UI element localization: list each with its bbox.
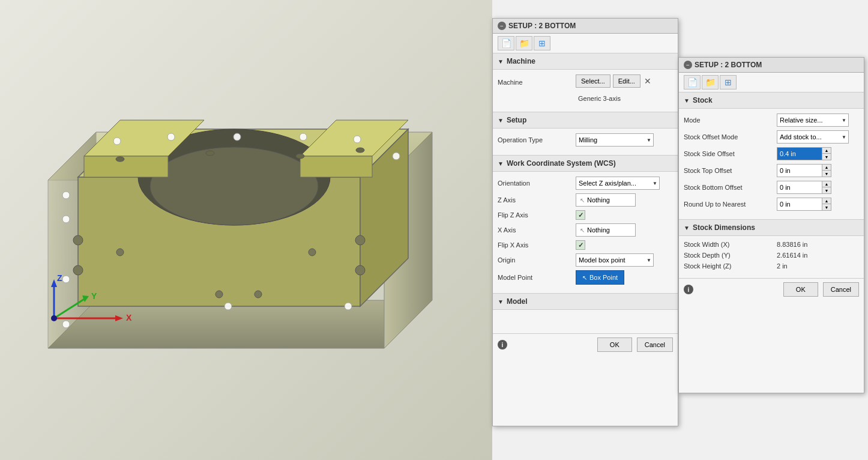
main-cancel-btn[interactable]: Cancel	[637, 337, 673, 352]
svg-rect-13	[300, 156, 372, 177]
machine-label: Machine	[498, 79, 576, 86]
machine-controls: Select... Edit... ✕	[576, 74, 653, 88]
secondary-toolbar-grid-btn[interactable]: ⊞	[720, 75, 737, 89]
mode-dropdown[interactable]: Relative size... ▼	[777, 113, 849, 127]
round-up-down[interactable]: ▼	[822, 204, 831, 210]
stock-bottom-offset-down[interactable]: ▼	[822, 187, 831, 193]
edit-btn[interactable]: Edit...	[613, 74, 640, 88]
round-up-input-group: ▲ ▼	[777, 198, 831, 211]
x-axis-label: X Axis	[498, 226, 576, 234]
stock-width-row: Stock Width (X) 8.83816 in	[684, 241, 859, 248]
info-icon[interactable]: i	[498, 340, 507, 350]
stock-height-label: Stock Height (Z)	[684, 262, 777, 270]
orientation-dropdown[interactable]: Select Z axis/plan... ▼	[576, 177, 660, 190]
stock-section-content: Mode Relative size... ▼ Stock Offset Mod…	[679, 109, 864, 220]
secondary-cancel-btn[interactable]: Cancel	[823, 282, 859, 297]
svg-point-18	[116, 249, 124, 256]
stock-section-header[interactable]: ▼ Stock	[679, 92, 864, 109]
svg-point-24	[296, 154, 304, 159]
stock-dims-section-content: Stock Width (X) 8.83816 in Stock Depth (…	[679, 236, 864, 279]
stock-offset-mode-select[interactable]: Add stock to...	[777, 130, 849, 144]
stock-side-offset-label: Stock Side Offset	[684, 150, 777, 157]
stock-triangle: ▼	[684, 97, 690, 104]
secondary-toolbar-folder-btn[interactable]: 📁	[702, 75, 719, 89]
machine-section-content: Machine Select... Edit... ✕ Generic 3-ax…	[493, 70, 678, 112]
stock-top-offset-up[interactable]: ▲	[822, 165, 831, 171]
stock-top-offset-input[interactable]	[777, 164, 822, 177]
secondary-ok-btn[interactable]: OK	[783, 282, 818, 297]
model-triangle: ▼	[498, 298, 504, 305]
main-dialog-scroll[interactable]: ▼ Machine Machine Select... Edit... ✕ Ge…	[493, 53, 678, 334]
main-footer: i OK Cancel	[493, 334, 678, 356]
main-dialog: − SETUP : 2 BOTTOM 📄 📁 ⊞ ▼ Machine Machi…	[492, 18, 678, 426]
toolbar-grid-btn[interactable]: ⊞	[534, 36, 550, 50]
svg-marker-1	[48, 300, 432, 348]
stock-top-offset-input-group: ▲ ▼	[777, 164, 831, 177]
stock-side-offset-input[interactable]	[777, 147, 822, 160]
svg-point-9	[150, 147, 318, 225]
stock-top-offset-down[interactable]: ▼	[822, 171, 831, 177]
flip-z-row: Flip Z Axis	[498, 210, 673, 220]
minimize-btn[interactable]: −	[498, 22, 506, 30]
setup-triangle: ▼	[498, 117, 504, 124]
op-type-label: Operation Type	[498, 136, 576, 144]
flip-z-checkbox[interactable]	[576, 210, 585, 220]
svg-point-26	[113, 138, 121, 145]
round-up-up[interactable]: ▲	[822, 198, 831, 204]
origin-dropdown[interactable]: Model box point ▼	[576, 253, 654, 267]
stock-side-offset-input-group: ▲ ▼	[777, 147, 831, 160]
wcs-section-header[interactable]: ▼ Work Coordinate System (WCS)	[493, 156, 678, 172]
op-type-select[interactable]: Milling	[576, 133, 654, 147]
machine-section-header[interactable]: ▼ Machine	[493, 53, 678, 70]
mode-select[interactable]: Relative size...	[777, 113, 849, 127]
stock-dims-section-label: Stock Dimensions	[693, 223, 755, 232]
stock-side-offset-down[interactable]: ▼	[822, 154, 831, 160]
stock-offset-mode-dropdown[interactable]: Add stock to... ▼	[777, 130, 849, 144]
stock-width-value: 8.83816 in	[777, 241, 807, 248]
svg-point-21	[255, 291, 262, 298]
secondary-toolbar-page-btn[interactable]: 📄	[684, 75, 701, 89]
box-point-label: Box Point	[589, 274, 618, 281]
model-section-header[interactable]: ▼ Model	[493, 294, 678, 310]
svg-point-47	[51, 315, 57, 321]
stock-bottom-offset-up[interactable]: ▲	[822, 181, 831, 187]
origin-select[interactable]: Model box point	[576, 253, 654, 267]
flip-x-label: Flip X Axis	[498, 241, 576, 249]
page-icon: 📄	[501, 38, 511, 48]
setup-section-header[interactable]: ▼ Setup	[493, 112, 678, 129]
secondary-minimize-btn[interactable]: −	[684, 61, 692, 69]
clear-machine-btn[interactable]: ✕	[643, 76, 653, 86]
svg-text:X: X	[126, 313, 132, 322]
stock-side-offset-up[interactable]: ▲	[822, 148, 831, 154]
model-point-row: Model Point ↖ Box Point	[498, 270, 673, 285]
box-point-btn[interactable]: ↖ Box Point	[576, 270, 624, 285]
3d-viewport: Z Y X	[0, 0, 492, 460]
svg-point-32	[62, 192, 70, 199]
x-axis-nothing-btn[interactable]: ↖ Nothing	[576, 223, 636, 237]
stock-dims-section-header[interactable]: ▼ Stock Dimensions	[679, 220, 864, 236]
round-up-input[interactable]	[777, 198, 822, 211]
orientation-select[interactable]: Select Z axis/plan...	[576, 177, 660, 190]
round-up-row: Round Up to Nearest ▲ ▼	[684, 198, 859, 211]
flip-x-checkbox[interactable]	[576, 240, 585, 250]
select-btn[interactable]: Select...	[576, 74, 610, 88]
z-axis-nothing-btn[interactable]: ↖ Nothing	[576, 193, 636, 207]
toolbar-page-btn[interactable]: 📄	[498, 36, 514, 50]
stock-bottom-offset-spinner: ▲ ▼	[822, 181, 831, 194]
op-type-dropdown[interactable]: Milling ▼	[576, 133, 654, 147]
round-up-spinner: ▲ ▼	[822, 198, 831, 211]
svg-point-20	[215, 291, 223, 298]
stock-bottom-offset-input-group: ▲ ▼	[777, 181, 831, 194]
main-ok-btn[interactable]: OK	[597, 337, 632, 352]
stock-bottom-offset-input[interactable]	[777, 181, 822, 194]
round-up-label: Round Up to Nearest	[684, 201, 777, 208]
secondary-info-icon[interactable]: i	[684, 285, 693, 294]
generic-3axis-label: Generic 3-axis	[576, 94, 623, 103]
stock-height-value: 2 in	[777, 262, 788, 270]
svg-point-35	[62, 321, 70, 328]
toolbar-folder-btn[interactable]: 📁	[516, 36, 532, 50]
model-point-label: Model Point	[498, 274, 576, 281]
svg-point-15	[73, 265, 83, 275]
setup-section-content: Operation Type Milling ▼	[493, 129, 678, 156]
orientation-label: Orientation	[498, 180, 576, 187]
